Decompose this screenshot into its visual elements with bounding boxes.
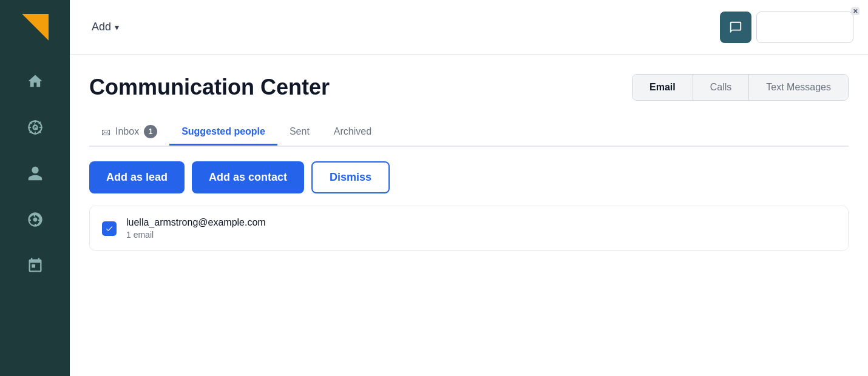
chat-icon	[729, 21, 742, 34]
sub-tab-inbox[interactable]: 🖂 Inbox 1	[89, 118, 169, 146]
contact-list: luella_armstrong@example.com 1 email	[89, 206, 849, 251]
tab-email[interactable]: Email	[632, 75, 693, 100]
sidebar-item-contacts[interactable]	[15, 153, 56, 194]
sub-tab-archived[interactable]: Archived	[322, 119, 384, 144]
content-area: Communication Center Email Calls Text Me…	[70, 55, 868, 376]
topbar: Add ▾ ✕	[70, 0, 868, 55]
checkmark-icon	[105, 224, 114, 233]
dollar-icon	[27, 211, 44, 228]
sidebar-item-power[interactable]	[15, 107, 56, 148]
chat-button[interactable]: ✕	[720, 12, 751, 43]
power-icon	[27, 119, 44, 136]
calendar-icon	[27, 257, 44, 274]
chevron-down-icon: ▾	[115, 22, 119, 32]
chat-badge: ✕	[851, 7, 860, 15]
tab-calls[interactable]: Calls	[693, 75, 750, 100]
contact-checkbox[interactable]	[102, 221, 117, 236]
person-icon	[27, 165, 44, 182]
sub-tab-inbox-label: Inbox	[115, 126, 139, 137]
add-label: Add	[92, 21, 111, 33]
content-header: Communication Center Email Calls Text Me…	[89, 74, 849, 101]
sub-tabs: 🖂 Inbox 1 Suggested people Sent Archived	[89, 118, 849, 147]
dismiss-button[interactable]: Dismiss	[311, 161, 390, 193]
action-bar: Add as lead Add as contact Dismiss	[89, 161, 849, 193]
tab-switcher: Email Calls Text Messages	[632, 74, 849, 101]
inbox-badge: 1	[144, 125, 157, 138]
search-input[interactable]	[756, 12, 853, 43]
inbox-icon: 🖂	[101, 127, 110, 137]
sidebar-item-deals[interactable]	[15, 199, 56, 240]
sidebar	[0, 0, 70, 376]
sidebar-nav	[0, 55, 70, 286]
main-content: Add ▾ ✕ Communication Center Email Calls…	[70, 0, 868, 376]
sub-tab-sent-label: Sent	[290, 126, 310, 137]
add-button[interactable]: Add ▾	[84, 16, 126, 38]
logo	[0, 0, 70, 55]
sub-tab-suggested-label: Suggested people	[181, 126, 265, 137]
add-as-lead-button[interactable]: Add as lead	[89, 161, 185, 193]
sub-tab-sent[interactable]: Sent	[277, 119, 322, 144]
tab-text-messages[interactable]: Text Messages	[749, 75, 848, 100]
sidebar-item-calendar[interactable]	[15, 245, 56, 286]
contact-email-count: 1 email	[126, 230, 266, 240]
sub-tab-suggested-people[interactable]: Suggested people	[169, 119, 277, 144]
logo-icon	[22, 14, 49, 41]
contact-info: luella_armstrong@example.com 1 email	[126, 217, 266, 240]
page-title: Communication Center	[89, 75, 330, 100]
sidebar-item-home[interactable]	[15, 61, 56, 102]
topbar-right: ✕	[720, 12, 853, 43]
add-as-contact-button[interactable]: Add as contact	[192, 161, 304, 193]
contact-email: luella_armstrong@example.com	[126, 217, 266, 228]
table-row: luella_armstrong@example.com 1 email	[90, 206, 848, 250]
home-icon	[27, 73, 44, 90]
sub-tab-archived-label: Archived	[334, 126, 371, 137]
topbar-left: Add ▾	[84, 16, 126, 38]
